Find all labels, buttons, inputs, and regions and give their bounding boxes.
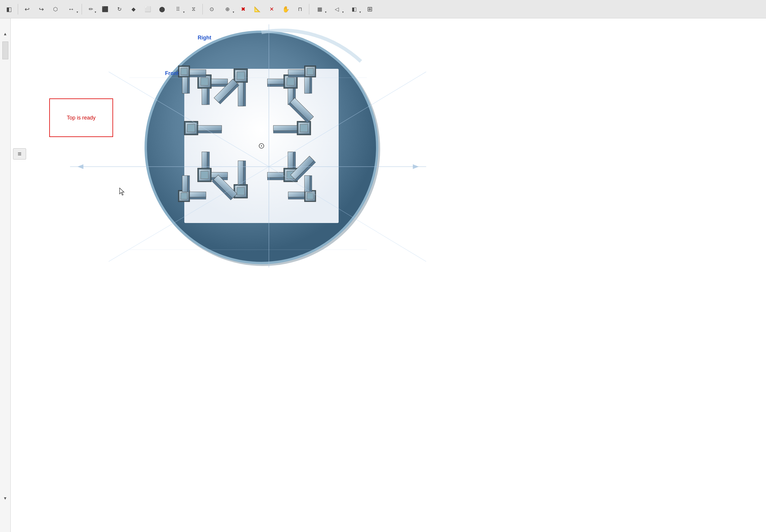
- main-canvas: Top is ready Front Right: [11, 18, 766, 532]
- axis-lines-svg: [11, 18, 766, 532]
- named-views-button[interactable]: ◧ ▾: [346, 3, 362, 16]
- sidebar-scroll-down-btn[interactable]: ▼: [1, 494, 9, 502]
- svg-rect-88: [182, 77, 187, 93]
- svg-rect-63: [243, 161, 246, 184]
- svg-marker-7: [413, 164, 419, 169]
- move-button[interactable]: ↔ ▾: [63, 3, 79, 16]
- svg-rect-35: [202, 152, 207, 168]
- hand-icon: ✋: [282, 6, 290, 13]
- zoom-in-button[interactable]: ⊞: [363, 3, 376, 16]
- view-back-icon: ◁: [335, 6, 339, 12]
- intersect-button[interactable]: ⊙: [205, 3, 218, 16]
- left-sidebar: ▲ ▼: [0, 18, 11, 532]
- cylinder-button[interactable]: ⬤: [155, 3, 168, 16]
- measure-button[interactable]: 📐: [251, 3, 264, 16]
- redo-icon: ↪: [39, 6, 44, 13]
- svg-rect-47: [198, 125, 222, 131]
- svg-rect-57: [238, 82, 243, 106]
- mirror-button[interactable]: ⧖: [187, 3, 200, 16]
- svg-rect-87: [288, 75, 305, 77]
- svg-rect-25: [287, 78, 294, 85]
- push-icon: ⊓: [298, 6, 302, 12]
- display-button[interactable]: ▦ ▾: [312, 3, 328, 16]
- svg-rect-99: [288, 197, 305, 199]
- svg-rect-48: [198, 131, 222, 133]
- toolbar-sep-2: [82, 4, 82, 15]
- status-box: Top is ready: [49, 98, 113, 137]
- view-back-button[interactable]: ◁ ▾: [329, 3, 345, 16]
- remove2-button[interactable]: ✕: [265, 3, 278, 16]
- scroll-up-icon: ▲: [3, 31, 7, 36]
- remove2-icon: ✕: [270, 6, 274, 12]
- remove-icon: ✖: [241, 6, 246, 12]
- viewport-label-front: Front: [165, 70, 179, 77]
- svg-rect-94: [305, 176, 310, 192]
- svg-rect-91: [187, 176, 189, 192]
- undo-icon: ↩: [25, 6, 30, 13]
- svg-rect-19: [211, 79, 228, 84]
- svg-rect-97: [189, 197, 206, 199]
- move-icon: ↔: [68, 5, 74, 13]
- scroll-down-icon: ▼: [3, 496, 7, 501]
- svg-rect-62: [238, 161, 243, 184]
- extrude-button[interactable]: ⬛: [98, 3, 111, 16]
- sketch-button[interactable]: ✏ ▾: [84, 3, 97, 16]
- svg-rect-20: [211, 84, 228, 87]
- combine-icon: ⊕: [225, 6, 230, 12]
- sidebar-scroll-up-btn[interactable]: ▲: [1, 30, 9, 38]
- svg-rect-83: [307, 193, 313, 199]
- svg-rect-32: [201, 171, 208, 179]
- sketch-dropdown-arrow: ▾: [95, 10, 96, 14]
- undo-button[interactable]: ↩: [20, 3, 34, 16]
- measure-icon: 📐: [254, 6, 261, 12]
- left-edge-icon: ◧: [6, 6, 12, 13]
- svg-rect-51: [300, 124, 308, 132]
- revolve-icon: ↻: [117, 6, 122, 12]
- sketch-icon: ✏: [89, 6, 93, 12]
- svg-point-15: [261, 145, 262, 146]
- svg-rect-43: [293, 152, 296, 168]
- loft-button[interactable]: ◆: [127, 3, 140, 16]
- shell-button[interactable]: ⬜: [141, 3, 154, 16]
- svg-rect-41: [268, 178, 284, 180]
- pattern-button[interactable]: ⠿ ▾: [170, 3, 186, 16]
- shell-icon: ⬜: [144, 6, 151, 12]
- combine-button[interactable]: ⊕ ▾: [219, 3, 235, 16]
- toolbar-sep-1: [18, 4, 18, 15]
- display-icon: ▦: [317, 6, 322, 12]
- svg-rect-42: [288, 152, 293, 168]
- push-button[interactable]: ⊓: [294, 3, 307, 16]
- viewport-label-right: Right: [198, 35, 211, 41]
- extrude-icon: ⬛: [102, 6, 108, 12]
- svg-rect-18: [201, 78, 208, 85]
- revolve-button[interactable]: ↻: [113, 3, 126, 16]
- intersect-icon: ⊙: [210, 6, 214, 12]
- svg-rect-86: [288, 70, 305, 75]
- display-dropdown-arrow: ▾: [325, 10, 327, 14]
- pattern-icon: ⠿: [176, 6, 180, 12]
- svg-rect-21: [202, 88, 207, 105]
- hand-button[interactable]: ✋: [279, 3, 292, 16]
- svg-rect-98: [288, 192, 305, 197]
- svg-rect-74: [181, 68, 187, 75]
- svg-rect-90: [182, 176, 187, 192]
- remove-button[interactable]: ✖: [237, 3, 250, 16]
- svg-rect-46: [187, 124, 195, 132]
- redo-button[interactable]: ↪: [35, 3, 48, 16]
- select-button[interactable]: ⬡: [49, 3, 62, 16]
- svg-rect-36: [207, 152, 210, 168]
- list-icon-button[interactable]: ≡: [13, 148, 26, 160]
- zoom-in-icon: ⊞: [367, 5, 372, 13]
- svg-rect-58: [243, 82, 246, 106]
- svg-rect-27: [268, 84, 284, 87]
- svg-rect-61: [237, 187, 245, 195]
- svg-marker-6: [77, 164, 83, 169]
- toolbar: ◧ ↩ ↪ ⬡ ↔ ▾ ✏ ▾ ⬛ ↻ ◆ ⬜ ⬤ ⠿ ▾ ⧖ ⊙ ⊕: [0, 0, 766, 18]
- cylinder-icon: ⬤: [159, 6, 165, 12]
- svg-rect-85: [189, 75, 206, 77]
- svg-rect-92: [305, 77, 310, 93]
- pattern-dropdown-arrow: ▾: [183, 10, 184, 14]
- toolbar-left-edge-btn[interactable]: ◧: [2, 3, 15, 16]
- svg-rect-53: [273, 131, 297, 133]
- svg-rect-56: [237, 72, 245, 79]
